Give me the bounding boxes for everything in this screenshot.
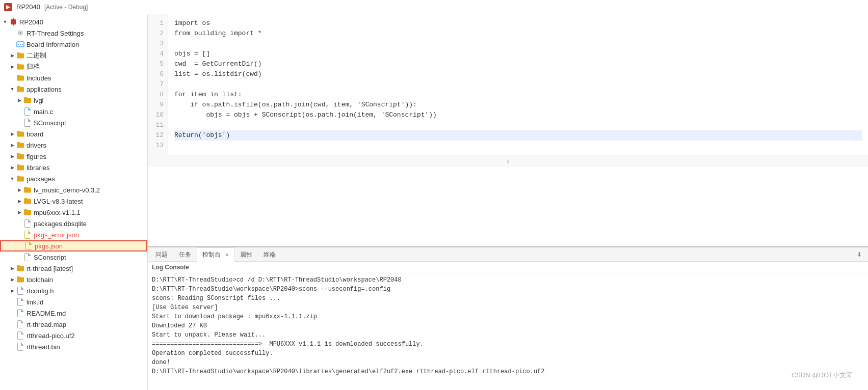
tree-item-packages-db[interactable]: packages.dbsqlite xyxy=(0,218,147,229)
tree-arrow-rtthread-pico-uf2 xyxy=(9,332,15,339)
project-name: RP2040 xyxy=(16,3,40,11)
tree-item-mpu6xxx[interactable]: mpu6xxx-v1.1.1 xyxy=(0,207,147,218)
tree-arrow-libraries xyxy=(9,164,15,171)
bottom-tab-terminal[interactable]: 终端 xyxy=(258,247,281,262)
file-c-icon xyxy=(23,107,32,116)
file-icon xyxy=(16,298,24,306)
svg-rect-1 xyxy=(12,18,12,19)
console-line: done! xyxy=(152,358,864,367)
tree-item-rt-thread[interactable]: rt-thread [latest] xyxy=(0,263,147,274)
file-h-icon xyxy=(16,287,24,295)
console-line: =============================> MPU6XXX v… xyxy=(152,340,864,349)
tree-item-packages[interactable]: packages xyxy=(0,173,147,184)
line-number-10: 10 xyxy=(152,110,164,120)
bottom-tab-console[interactable]: 控制台✕ xyxy=(197,247,234,262)
line-number-5: 5 xyxy=(152,59,164,69)
tree-item-rtthread-pico-uf2[interactable]: rtthread-pico.uf2 xyxy=(0,330,147,341)
tree-label-rtthread-pico-uf2: rtthread-pico.uf2 xyxy=(27,332,75,340)
scroll-indicator[interactable]: ‹ xyxy=(148,155,868,167)
tree-item-readme[interactable]: README.md xyxy=(0,308,147,319)
console-line: Start to download package : mpu6xxx-1.1.… xyxy=(152,312,864,321)
folder-icon xyxy=(16,275,24,284)
console-line: Start to unpack. Please wait... xyxy=(152,330,864,340)
folder-pkg-icon xyxy=(23,197,32,205)
file-bin-icon xyxy=(16,331,24,340)
tree-item-libraries[interactable]: libraries xyxy=(0,162,147,173)
tree-label-archive: 归档 xyxy=(27,62,40,71)
tree-item-figures[interactable]: figures xyxy=(0,151,147,162)
tree-item-rt-thread-settings[interactable]: RT-Thread Settings xyxy=(0,27,147,39)
tree-item-toolchain[interactable]: toolchain xyxy=(0,274,147,285)
file-bin-icon xyxy=(16,343,24,351)
bottom-tab-properties[interactable]: 属性 xyxy=(234,247,258,262)
console-output[interactable]: D:\RTT\RT-ThreadStudio>cd /d D:\RTT\RT-T… xyxy=(148,273,868,390)
tree-item-sconscript-app[interactable]: SConscript xyxy=(0,117,147,128)
tree-arrow-sconscript-app xyxy=(16,120,22,126)
tree-item-sconscript-pkg[interactable]: SConscript xyxy=(0,252,147,263)
tree-item-rtthread-bin[interactable]: rtthread.bin xyxy=(0,341,147,352)
tab-close-console[interactable]: ✕ xyxy=(225,252,229,258)
tree-arrow-binary xyxy=(9,52,15,59)
tree-item-archive[interactable]: 归档 xyxy=(0,61,147,72)
tree-label-link-ld: link.ld xyxy=(27,298,43,306)
console-line: Operation completed successfully. xyxy=(152,349,864,358)
tree-arrow-board-info xyxy=(9,41,15,47)
tree-arrow-includes xyxy=(9,75,15,81)
folder-icon xyxy=(16,175,24,183)
code-line-11 xyxy=(174,120,862,130)
code-lines: import osfrom building import *objs = []… xyxy=(168,14,868,155)
tree-label-board: board xyxy=(27,130,43,138)
tree-label-packages: packages xyxy=(27,175,55,183)
code-line-12: Return('objs') xyxy=(174,130,862,141)
tree-arrow-link-ld xyxy=(9,299,15,305)
tree-arrow-lvgl xyxy=(16,97,22,103)
tree-item-board-info[interactable]: Board Information xyxy=(0,39,147,50)
line-number-8: 8 xyxy=(152,90,164,100)
code-editor[interactable]: 12345678910111213 import osfrom building… xyxy=(148,14,868,247)
tree-label-pkgs-json: pkgs.json xyxy=(35,242,63,250)
tree-arrow-root xyxy=(2,19,8,25)
tree-arrow-pkgs-json xyxy=(17,243,23,249)
tree-item-rtconfig-h[interactable]: rtconfig.h xyxy=(0,285,147,296)
svg-rect-0 xyxy=(11,19,16,24)
console-line: D:\RTT\RT-ThreadStudio\workspace\RP2040\… xyxy=(152,367,864,376)
tree-arrow-mpu6xxx xyxy=(16,209,22,215)
code-line-6: list = os.listdir(cwd) xyxy=(174,69,862,79)
tree-arrow-main-c xyxy=(16,108,22,115)
svg-rect-2 xyxy=(13,18,14,19)
tree-label-main-c: main.c xyxy=(34,108,53,116)
tree-item-binary[interactable]: 二进制 xyxy=(0,50,147,61)
code-line-3 xyxy=(174,39,862,49)
tree-item-pkgs-error[interactable]: pkgs_error.json xyxy=(0,229,147,240)
tree-arrow-sconscript-pkg xyxy=(16,254,22,260)
bottom-tabs: 问题任务控制台✕属性终端⬇ xyxy=(148,247,868,262)
minimize-console-button[interactable]: ⬇ xyxy=(855,250,864,259)
tree-label-rt-thread: rt-thread [latest] xyxy=(27,265,73,272)
tree-item-root[interactable]: RP2040 xyxy=(0,16,147,27)
tree-arrow-lv-music xyxy=(16,187,22,193)
tree-arrow-applications xyxy=(9,86,15,92)
project-icon: ▶ xyxy=(4,3,12,11)
tree-arrow-toolchain xyxy=(9,276,15,283)
tree-item-link-ld[interactable]: link.ld xyxy=(0,296,147,308)
tree-item-applications[interactable]: applications xyxy=(0,83,147,95)
gear-icon xyxy=(16,29,24,37)
tree-item-lvgl[interactable]: lvgl xyxy=(0,95,147,106)
tree-item-rt-thread-map[interactable]: rt-thread.map xyxy=(0,319,147,330)
file-json-icon xyxy=(24,242,33,250)
tree-label-figures: figures xyxy=(27,153,46,160)
line-number-2: 2 xyxy=(152,29,164,39)
bottom-tab-problems[interactable]: 问题 xyxy=(150,247,173,262)
tree-item-board[interactable]: board xyxy=(0,128,147,140)
tree-arrow-readme xyxy=(9,310,15,316)
tree-item-main-c[interactable]: main.c xyxy=(0,106,147,117)
tree-item-includes[interactable]: Includes xyxy=(0,72,147,83)
tree-item-drivers[interactable]: drivers xyxy=(0,140,147,151)
tree-item-lvgl-latest[interactable]: LVGL-v8.3-latest xyxy=(0,196,147,207)
folder-icon xyxy=(16,85,24,93)
tree-item-pkgs-json[interactable]: pkgs.json xyxy=(0,240,147,252)
title-bar: ▶ RP2040 [Active - Debug] xyxy=(0,0,868,14)
tree-item-lv-music[interactable]: lv_music_demo-v0.3.2 xyxy=(0,184,147,196)
tree-arrow-archive xyxy=(9,64,15,70)
bottom-tab-tasks[interactable]: 任务 xyxy=(173,247,197,262)
